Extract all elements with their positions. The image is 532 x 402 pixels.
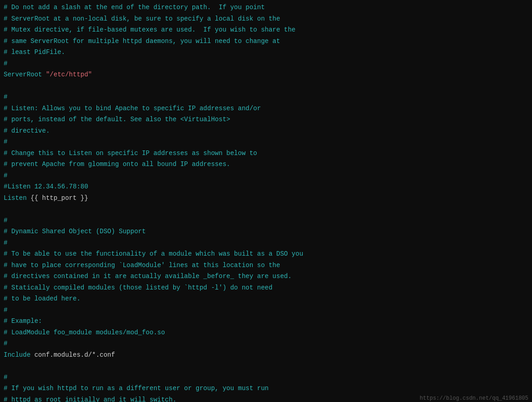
code-editor: # Do not add a slash at the end of the d… — [0, 0, 532, 402]
code-line: # prevent Apache from glomming onto all … — [4, 159, 528, 170]
code-line: # Mutex directive, if file-based mutexes… — [4, 24, 528, 36]
code-line: # To be able to use the functionality of… — [4, 248, 528, 260]
code-line: Listen {{ http_port }} — [4, 193, 528, 204]
code-line: # — [4, 136, 528, 148]
code-line: # LoadModule foo_module modules/mod_foo.… — [4, 327, 528, 338]
code-line: #Listen 12.34.56.78:80 — [4, 181, 528, 193]
code-line: # same ServerRoot for multiple httpd dae… — [4, 36, 528, 47]
code-line — [4, 80, 528, 92]
code-line: # ports, instead of the default. See als… — [4, 114, 528, 125]
code-line — [4, 360, 528, 372]
code-line: # — [4, 58, 528, 70]
watermark: https://blog.csdn.net/qq_41961805 — [420, 394, 528, 402]
code-line: ServerRoot "/etc/httpd" — [4, 69, 528, 80]
code-line: # — [4, 372, 528, 383]
code-line: # directives contained in it are actuall… — [4, 271, 528, 282]
code-line: # — [4, 338, 528, 349]
code-line: # If you wish httpd to run as a differen… — [4, 383, 528, 394]
code-line — [4, 204, 528, 215]
code-line: # — [4, 91, 528, 103]
code-line: # least PidFile. — [4, 47, 528, 58]
code-line: # ServerRoot at a non-local disk, be sur… — [4, 13, 528, 25]
code-line: # have to place corresponding `LoadModul… — [4, 260, 528, 271]
code-line: # to be loaded here. — [4, 293, 528, 305]
code-line: # directive. — [4, 125, 528, 137]
code-line: # — [4, 305, 528, 316]
code-line: # — [4, 170, 528, 182]
code-line: # Statically compiled modules (those lis… — [4, 282, 528, 294]
code-line: # Listen: Allows you to bind Apache to s… — [4, 103, 528, 114]
code-line: Include conf.modules.d/*.conf — [4, 349, 528, 361]
code-line: # Do not add a slash at the end of the d… — [4, 2, 528, 13]
code-line: # — [4, 215, 528, 226]
code-line: # Example: — [4, 316, 528, 327]
code-line: # Dynamic Shared Object (DSO) Support — [4, 226, 528, 237]
code-line: # Change this to Listen on specific IP a… — [4, 148, 528, 159]
code-line: # — [4, 237, 528, 249]
